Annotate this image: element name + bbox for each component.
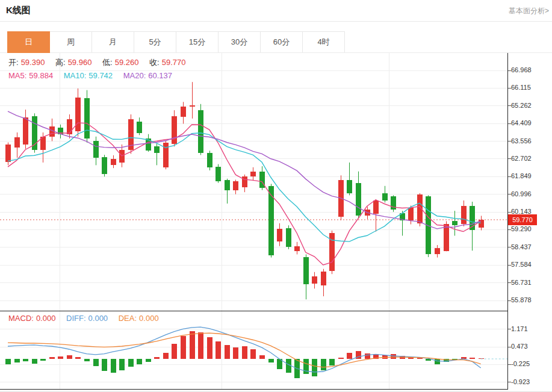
price-axis-label: 66.968: [511, 66, 532, 73]
price-axis-label: 60.996: [511, 190, 532, 198]
macd-axis-label: 1.171: [511, 325, 528, 332]
macd-axis-label: 0.473: [511, 343, 528, 350]
ma-bar: MA5:59.884 MA10:59.742 MA20:60.137: [8, 71, 175, 80]
dea-value: 0.000: [139, 314, 159, 323]
diff-value: 0.000: [88, 314, 108, 323]
price-axis-label: 64.409: [511, 119, 532, 126]
price-axis-label: 59.290: [511, 225, 532, 232]
ma5-label: MA5:: [8, 71, 26, 80]
macd-axis-label: -0.923: [511, 378, 530, 385]
high-value: 59.960: [68, 58, 92, 67]
diff-label: DIFF:: [66, 314, 86, 323]
price-axis-label: 62.702: [511, 155, 532, 162]
ma20-value: 60.137: [148, 71, 172, 80]
dea-label: DEA:: [119, 314, 137, 323]
open-value: 59.390: [21, 58, 45, 67]
macd-label: MACD:: [8, 314, 34, 323]
tab-日[interactable]: 日: [7, 31, 50, 53]
price-axis-label: 58.437: [511, 243, 532, 250]
high-label: 高:: [55, 58, 66, 67]
ma10-label: MA10:: [64, 71, 87, 80]
price-axis-label: 55.878: [511, 296, 532, 303]
kline-widget: K线图 基本面分析> 日周月5分15分30分60分4时 开:59.390 高:5…: [0, 0, 552, 392]
close-label: 收:: [149, 58, 160, 67]
price-axis-label: 66.115: [511, 84, 531, 91]
ma20-label: MA20:: [123, 71, 146, 80]
price-axis-label: 65.262: [511, 102, 532, 109]
ma10-value: 59.742: [88, 71, 113, 80]
price-axis-label: 56.731: [511, 279, 532, 286]
ma5-value: 59.884: [29, 71, 53, 80]
low-label: 低:: [102, 58, 113, 67]
current-price-badge: 59.770: [508, 214, 537, 225]
price-axis-label: 57.584: [511, 261, 532, 268]
macd-value: 0.000: [36, 314, 56, 323]
quote-bar: 开:59.390 高:59.960 低:59.260 收:59.770: [8, 57, 188, 68]
open-label: 开:: [8, 58, 19, 67]
low-value: 59.260: [115, 58, 139, 67]
macd-bar: MACD:0.000 DIFF:0.000 DEA:0.000: [8, 314, 161, 323]
price-axis-label: 63.556: [511, 137, 532, 145]
macd-axis-label: -0.225: [511, 360, 530, 367]
price-axis-label: 61.849: [511, 172, 532, 179]
close-value: 59.770: [162, 58, 186, 67]
